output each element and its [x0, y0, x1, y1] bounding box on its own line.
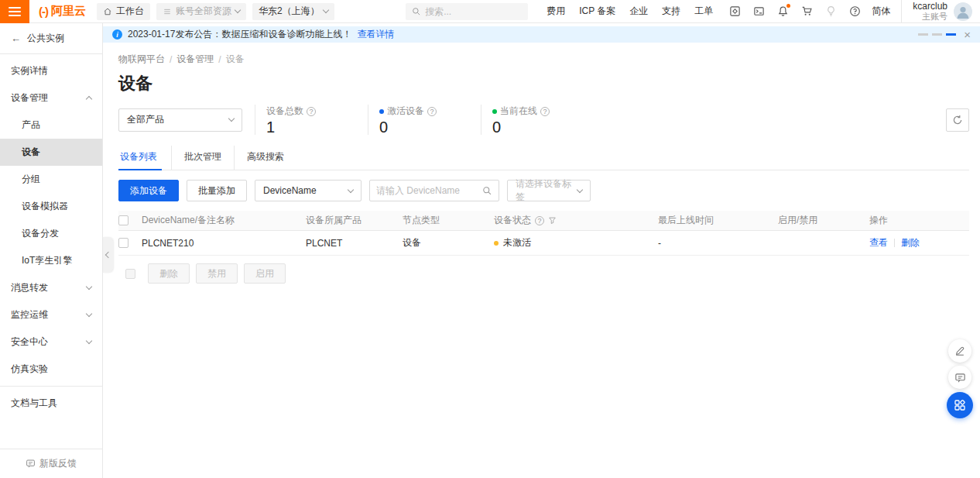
announcement-detail-link[interactable]: 查看详情: [357, 28, 394, 41]
chevron-down-icon: [348, 186, 354, 192]
chevron-down-icon: [322, 7, 328, 13]
notification-badge-dot: [786, 4, 790, 8]
account-menu[interactable]: kcarclub 主账号: [901, 0, 980, 23]
help-icon[interactable]: [540, 107, 550, 116]
pager-dash-3-active[interactable]: [946, 33, 956, 36]
product-filter-select[interactable]: 全部产品: [118, 108, 242, 132]
sidebar-divider: [0, 386, 102, 387]
search-icon[interactable]: [482, 186, 492, 196]
close-icon[interactable]: [964, 28, 971, 41]
lightbulb-icon[interactable]: [824, 5, 837, 18]
menu-hamburger-button[interactable]: [0, 0, 29, 23]
breadcrumb-devices: 设备: [226, 53, 245, 66]
cloudshell-icon[interactable]: [752, 5, 765, 18]
nav-link-enterprise[interactable]: 企业: [629, 5, 648, 18]
sidebar-item-products[interactable]: 产品: [0, 112, 102, 139]
feedback-bubble-icon: [26, 459, 36, 469]
search-icon: [412, 7, 421, 16]
chevron-down-icon: [86, 311, 92, 317]
breadcrumb-device-management[interactable]: 设备管理: [176, 53, 214, 66]
chevron-down-icon: [86, 284, 92, 290]
select-all-checkbox[interactable]: [118, 215, 128, 225]
add-device-button[interactable]: 添加设备: [118, 180, 179, 201]
apps-grid-icon: [954, 399, 966, 411]
nav-link-support[interactable]: 支持: [662, 5, 680, 18]
stat-activated-devices-value: 0: [379, 119, 468, 135]
nav-link-tickets[interactable]: 工单: [694, 5, 713, 18]
view-link[interactable]: 查看: [869, 236, 888, 249]
help-icon[interactable]: [427, 107, 437, 116]
batch-add-button[interactable]: 批量添加: [187, 180, 247, 201]
floating-action-stack: [947, 339, 973, 418]
sidebar-collapse-handle[interactable]: [103, 237, 113, 273]
help-icon[interactable]: [848, 5, 861, 18]
quick-apps-button[interactable]: [947, 392, 973, 418]
announcement-pager: [918, 33, 956, 36]
language-select[interactable]: 简体: [872, 5, 890, 18]
sidebar-item-device-distribution[interactable]: 设备分发: [0, 220, 102, 247]
info-icon: [112, 29, 122, 40]
global-search[interactable]: [406, 3, 528, 20]
global-search-input[interactable]: [425, 6, 510, 17]
sidebar-item-instance-detail[interactable]: 实例详情: [0, 57, 102, 84]
sidebar-item-device-simulator[interactable]: 设备模拟器: [0, 193, 102, 220]
aliyun-logo[interactable]: 阿里云: [29, 4, 97, 19]
device-status: 未激活: [503, 236, 531, 249]
sidebar-item-iot-twin-engine[interactable]: IoT孪生引擎: [0, 247, 102, 274]
device-tag-select[interactable]: 请选择设备标签: [507, 180, 591, 201]
device-search-input[interactable]: [376, 185, 478, 196]
top-icon-group: [728, 5, 861, 18]
avatar[interactable]: [954, 2, 972, 21]
pager-dash-2[interactable]: [932, 33, 942, 36]
search-field-select[interactable]: DeviceName: [255, 180, 362, 201]
help-icon[interactable]: [535, 216, 544, 225]
delete-link[interactable]: 删除: [901, 236, 920, 249]
workbench-button[interactable]: 工作台: [97, 3, 150, 20]
tab-advanced-search[interactable]: 高级搜索: [235, 146, 296, 170]
main-content: 2023-01-17发布公告：数据压缩和设备诊断功能上线！ 查看详情 物联网平台…: [103, 23, 980, 478]
nav-link-icp[interactable]: ICP 备案: [579, 5, 615, 18]
chevron-left-icon: [105, 252, 111, 258]
breadcrumb-iot-platform[interactable]: 物联网平台: [118, 53, 165, 66]
region-select[interactable]: 华东2（上海）: [252, 3, 334, 20]
sidebar-item-groups[interactable]: 分组: [0, 166, 102, 193]
sidebar-item-simulation-lab[interactable]: 仿真实验: [0, 356, 102, 383]
sidebar-group-message-forwarding[interactable]: 消息转发: [0, 274, 102, 301]
sidebar-item-docs-tools[interactable]: 文档与工具: [0, 390, 102, 417]
help-icon[interactable]: [307, 107, 316, 116]
page-title: 设备: [118, 72, 969, 95]
sidebar-back-button[interactable]: 公共实例: [0, 23, 102, 54]
stat-total-devices-value: 1: [266, 119, 355, 135]
resource-list-icon: [163, 7, 172, 16]
sidebar-item-devices[interactable]: 设备: [0, 139, 102, 166]
notification-bell-icon[interactable]: [776, 5, 789, 18]
tab-batch-management[interactable]: 批次管理: [172, 146, 235, 170]
survey-pencil-button[interactable]: [948, 339, 971, 363]
announcement-text: 2023-01-17发布公告：数据压缩和设备诊断功能上线！: [128, 28, 351, 41]
cart-icon[interactable]: [800, 5, 813, 18]
batch-disable-button[interactable]: 禁用: [196, 263, 238, 284]
batch-delete-button[interactable]: 删除: [148, 263, 190, 284]
feedback-chat-button[interactable]: [948, 366, 971, 389]
refresh-button[interactable]: [946, 108, 969, 132]
aliyun-logo-mark-icon: [39, 5, 48, 18]
apps-icon[interactable]: [728, 5, 741, 18]
app-root: 阿里云 工作台 账号全部资源 华东2（上海） 费用: [0, 0, 980, 478]
filter-funnel-icon[interactable]: [548, 216, 557, 225]
batch-enable-button[interactable]: 启用: [244, 263, 286, 284]
back-arrow-icon: [11, 33, 21, 44]
sidebar-group-security-center[interactable]: 安全中心: [0, 328, 102, 356]
sidebar-group-device-management[interactable]: 设备管理: [0, 84, 102, 112]
feedback-button[interactable]: 新版反馈: [0, 449, 102, 478]
device-name[interactable]: PLCNET210: [142, 238, 306, 249]
sidebar-group-monitoring-ops[interactable]: 监控运维: [0, 301, 102, 328]
device-node-type: 设备: [403, 236, 494, 249]
nav-link-billing[interactable]: 费用: [547, 5, 565, 18]
row-checkbox[interactable]: [118, 238, 128, 248]
pager-dash-1[interactable]: [918, 33, 928, 36]
tab-device-list[interactable]: 设备列表: [118, 146, 172, 170]
resource-scope-select[interactable]: 账号全部资源: [156, 3, 246, 20]
tab-bar: 设备列表 批次管理 高级搜索: [118, 146, 969, 170]
batch-select-checkbox[interactable]: [125, 269, 135, 279]
pencil-icon: [954, 346, 965, 356]
